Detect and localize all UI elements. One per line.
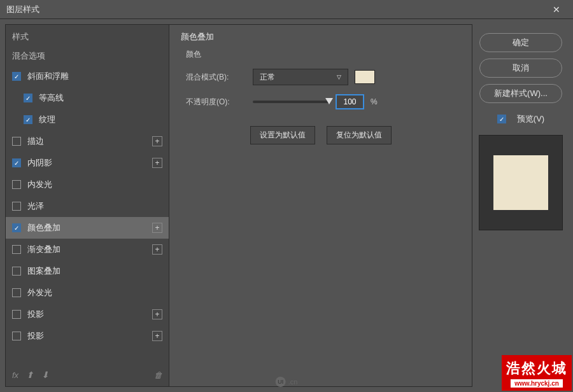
watermark-title: 浩然火城 xyxy=(506,359,567,378)
default-buttons-row: 设置为默认值 复位为默认值 xyxy=(186,126,455,144)
section-box: 颜色 混合模式(B): 正常 ▽ 不透明度(O): % 设置为默认值 复位为默认 xyxy=(181,49,460,144)
sidebar-heading-styles[interactable]: 样式 xyxy=(6,25,169,46)
style-item-label: 内发光 xyxy=(27,179,52,190)
style-item-label: 渐变叠加 xyxy=(27,244,60,255)
fx-label[interactable]: fx xyxy=(12,370,18,380)
style-item[interactable]: 内发光 xyxy=(6,174,169,195)
new-style-button[interactable]: 新建样式(W)... xyxy=(479,84,562,103)
style-item[interactable]: 投影+ xyxy=(6,304,169,325)
style-item-label: 颜色叠加 xyxy=(27,222,60,234)
style-item[interactable]: ✓纹理 xyxy=(6,109,169,130)
style-item[interactable]: 光泽 xyxy=(6,195,169,217)
close-icon[interactable]: ✕ xyxy=(546,2,567,17)
style-checkbox[interactable] xyxy=(12,245,21,254)
style-item-label: 外发光 xyxy=(27,287,52,298)
style-checkbox[interactable] xyxy=(12,267,21,276)
style-item[interactable]: 描边+ xyxy=(6,130,169,152)
slider-thumb-icon[interactable] xyxy=(325,98,333,104)
add-effect-icon[interactable]: + xyxy=(152,309,162,319)
preview-box xyxy=(479,135,563,230)
ui-watermark: UI .cn xyxy=(276,377,298,387)
style-item-label: 等高线 xyxy=(39,92,64,104)
style-checkbox[interactable] xyxy=(12,137,21,146)
blend-mode-label: 混合模式(B): xyxy=(186,72,246,83)
titlebar: 图层样式 ✕ xyxy=(0,0,573,19)
section-subtitle: 颜色 xyxy=(186,49,455,60)
style-item-label: 投影 xyxy=(27,309,44,320)
style-item-label: 图案叠加 xyxy=(27,265,60,277)
style-item[interactable]: 渐变叠加+ xyxy=(6,239,169,260)
move-up-icon[interactable]: ⬆ xyxy=(26,370,34,380)
style-checkbox[interactable] xyxy=(12,288,21,297)
style-item-label: 光泽 xyxy=(27,200,44,212)
styles-sidebar: 样式 混合选项 ✓斜面和浮雕✓等高线✓纹理描边+✓内阴影+内发光光泽✓颜色叠加+… xyxy=(5,24,169,387)
style-item[interactable]: ✓内阴影+ xyxy=(6,152,169,174)
opacity-label: 不透明度(O): xyxy=(186,97,246,108)
add-effect-icon[interactable]: + xyxy=(152,331,162,341)
opacity-row: 不透明度(O): % xyxy=(186,94,455,109)
style-checkbox[interactable]: ✓ xyxy=(24,94,32,102)
style-checkbox[interactable]: ✓ xyxy=(12,223,21,232)
opacity-input[interactable] xyxy=(336,94,364,109)
style-item[interactable]: 图案叠加 xyxy=(6,260,169,282)
style-item-label: 内阴影 xyxy=(27,157,52,169)
color-swatch[interactable] xyxy=(355,70,375,84)
style-item-label: 投影 xyxy=(27,330,44,342)
move-down-icon[interactable]: ⬇ xyxy=(41,370,49,380)
reset-default-button[interactable]: 复位为默认值 xyxy=(327,126,392,144)
style-item[interactable]: ✓颜色叠加+ xyxy=(6,217,169,239)
style-checkbox[interactable]: ✓ xyxy=(24,115,32,124)
add-effect-icon[interactable]: + xyxy=(152,158,162,168)
preview-swatch xyxy=(493,155,548,210)
content: 样式 混合选项 ✓斜面和浮雕✓等高线✓纹理描边+✓内阴影+内发光光泽✓颜色叠加+… xyxy=(0,19,573,392)
right-panel: 确定 取消 新建样式(W)... ✓ 预览(V) xyxy=(472,24,569,387)
percent-label: % xyxy=(371,97,378,106)
style-checkbox[interactable] xyxy=(12,310,21,319)
site-watermark: 浩然火城 www.hryckj.cn xyxy=(502,355,572,391)
style-item-label: 描边 xyxy=(27,136,44,147)
ui-watermark-text: .cn xyxy=(288,378,298,386)
set-default-button[interactable]: 设置为默认值 xyxy=(250,126,315,144)
add-effect-icon[interactable]: + xyxy=(152,223,162,233)
sidebar-footer: fx ⬆ ⬇ 🗑 xyxy=(6,363,169,386)
window-title: 图层样式 xyxy=(6,4,39,15)
style-item[interactable]: 外发光 xyxy=(6,282,169,304)
style-item[interactable]: ✓斜面和浮雕 xyxy=(6,66,169,87)
blend-mode-row: 混合模式(B): 正常 ▽ xyxy=(186,69,455,85)
main-panel: 颜色叠加 颜色 混合模式(B): 正常 ▽ 不透明度(O): % 设置为默 xyxy=(169,24,472,387)
chevron-down-icon: ▽ xyxy=(337,74,341,80)
preview-label: 预览(V) xyxy=(517,113,544,125)
style-item-label: 纹理 xyxy=(39,114,55,125)
style-checkbox[interactable] xyxy=(12,180,21,189)
add-effect-icon[interactable]: + xyxy=(152,244,162,255)
sidebar-heading-blend[interactable]: 混合选项 xyxy=(6,46,169,66)
cancel-button[interactable]: 取消 xyxy=(479,59,562,78)
preview-checkbox[interactable]: ✓ xyxy=(497,115,506,123)
opacity-slider[interactable] xyxy=(253,101,329,103)
ui-logo-icon: UI xyxy=(276,377,286,387)
style-item-label: 斜面和浮雕 xyxy=(27,71,69,82)
style-checkbox[interactable]: ✓ xyxy=(12,158,21,167)
style-item[interactable]: ✓等高线 xyxy=(6,87,169,109)
preview-checkbox-row[interactable]: ✓ 预览(V) xyxy=(497,113,544,125)
section-title: 颜色叠加 xyxy=(181,31,460,43)
add-effect-icon[interactable]: + xyxy=(152,136,162,146)
ok-button[interactable]: 确定 xyxy=(479,33,562,52)
style-item[interactable]: 投影+ xyxy=(6,325,169,347)
trash-icon[interactable]: 🗑 xyxy=(154,370,162,380)
blend-mode-dropdown[interactable]: 正常 ▽ xyxy=(253,69,348,85)
watermark-url: www.hryckj.cn xyxy=(511,379,563,388)
style-checkbox[interactable] xyxy=(12,202,21,211)
style-checkbox[interactable] xyxy=(12,332,21,340)
style-checkbox[interactable]: ✓ xyxy=(12,72,21,81)
blend-mode-value: 正常 xyxy=(260,72,275,83)
